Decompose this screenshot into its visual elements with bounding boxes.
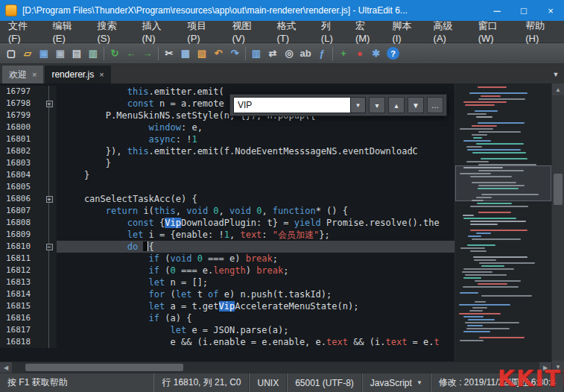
code-text[interactable]: return i(this, void 0, void 0, function*… [57, 205, 454, 217]
menu-column[interactable]: 列(L) [314, 16, 349, 48]
redo-icon[interactable]: ↷ [226, 45, 243, 62]
code-token: .emitter.emit(f.NodeEventMesssageNS.even… [149, 146, 418, 157]
tab-list-dropdown[interactable]: ▼ [548, 66, 564, 83]
plugin-icon[interactable]: + [335, 45, 352, 62]
print-preview-icon[interactable]: ▥ [85, 45, 101, 62]
find-icon[interactable]: ◎ [281, 45, 297, 62]
code-text[interactable]: canSelectTaskAcc(e) { [57, 193, 454, 205]
code-token: i = {enable: ! [143, 230, 224, 240]
code-text[interactable]: if (void 0 === e) break; [57, 253, 454, 265]
code-text[interactable]: async: !1 [57, 133, 454, 145]
open-folder-icon[interactable]: ▱ [19, 45, 36, 62]
new-file-icon[interactable]: ▢ [3, 45, 19, 62]
undo-icon[interactable]: ↶ [210, 45, 226, 62]
menu-edit[interactable]: 编辑(E) [45, 16, 90, 48]
tab-welcome[interactable]: 欢迎× [2, 66, 43, 83]
back-icon[interactable]: ← [123, 45, 139, 62]
code-token: === e. [176, 265, 214, 276]
compare-icon[interactable]: ⇄ [264, 45, 281, 62]
menu-file[interactable]: 文件(F) [1, 16, 45, 48]
save-icon[interactable]: ▣ [36, 45, 52, 62]
code-text[interactable]: } [57, 169, 454, 181]
status-encoding[interactable]: 65001 (UTF-8) [287, 373, 362, 392]
code-text[interactable]: }), this.emitter.emit(f.NodeEventMesssag… [57, 145, 454, 157]
current-code-line-text[interactable]: do { [57, 241, 454, 253]
line-number: 16806 [0, 193, 42, 205]
save-all-icon[interactable]: ▣ [52, 45, 69, 62]
menu-project[interactable]: 项目(P) [180, 16, 225, 48]
menu-help[interactable]: 帮助(H) [519, 16, 564, 48]
horizontal-scroll-thumb[interactable] [25, 364, 183, 371]
code-text[interactable]: if (a) { [57, 312, 454, 324]
code-text[interactable]: for (let t of e) n.push(t.taskId); [57, 288, 454, 300]
forward-icon[interactable]: → [139, 45, 156, 62]
code-text[interactable]: const {VipDownloadPlugin: t} = yield Pro… [57, 217, 454, 229]
fold-margin [42, 336, 57, 348]
find-next-button[interactable]: ▾ [369, 97, 385, 113]
settings-icon[interactable]: ✱ [368, 45, 384, 62]
function-list-icon[interactable]: ƒ [314, 45, 330, 62]
menu-format[interactable]: 格式(T) [270, 16, 314, 48]
print-icon[interactable]: ▤ [69, 45, 85, 62]
menu-insert[interactable]: 插入(N) [136, 16, 181, 48]
debug-icon[interactable]: ● [352, 45, 368, 62]
horizontal-scroll-track[interactable] [12, 362, 539, 373]
paste-icon[interactable]: ▧ [194, 45, 210, 62]
code-token: e) n.push(t.taskId); [219, 289, 332, 300]
code-line: 16809let i = {enable: !1, text: "会员加速"}; [0, 229, 454, 241]
code-text[interactable] [57, 181, 454, 193]
tab-renderer-js[interactable]: renderer.js× [45, 66, 110, 83]
menu-macro[interactable]: 宏(M) [349, 16, 386, 48]
minimap-line [478, 283, 507, 285]
scroll-up-icon[interactable]: ▲ [552, 83, 564, 95]
code-text[interactable]: if (0 === e.length) break; [57, 265, 454, 276]
menu-view[interactable]: 视图(V) [225, 16, 270, 48]
scroll-left-icon[interactable]: ◀ [0, 362, 12, 373]
horizontal-scrollbar[interactable]: ◀ ▶ [0, 361, 551, 373]
status-position[interactable]: 行 16810, 列 21, C0 [153, 373, 249, 392]
tab-close-icon[interactable]: × [32, 70, 37, 79]
vertical-scrollbar[interactable]: ▲ ▼ [551, 83, 564, 373]
vertical-scroll-thumb[interactable] [554, 174, 563, 205]
fold-collapse-icon[interactable]: − [46, 244, 53, 250]
status-line-ending[interactable]: UNIX [249, 373, 287, 392]
minimap-line [472, 238, 522, 240]
menu-advanced[interactable]: 高级(A) [427, 16, 472, 48]
minimap-line [469, 92, 527, 94]
fold-expand-icon[interactable]: + [46, 196, 53, 203]
find-history-dropdown-icon[interactable]: ▾ [351, 97, 366, 113]
code-text[interactable]: let n = []; [57, 276, 454, 288]
menu-search[interactable]: 搜索(S) [90, 16, 135, 48]
fold-margin [42, 133, 57, 145]
fold-margin [42, 324, 57, 336]
find-filter-button[interactable]: ▼ [408, 97, 424, 113]
find-input[interactable] [233, 97, 351, 113]
code-text[interactable]: } [57, 157, 454, 169]
replace-icon[interactable]: ab [297, 45, 314, 62]
code-text[interactable]: let a = t.getVipAccelerateMenuState(n); [57, 300, 454, 312]
status-syntax[interactable]: JavaScript▼ [362, 373, 431, 392]
minimap-viewport[interactable] [455, 165, 551, 201]
minimap-line [459, 89, 548, 91]
vertical-scroll-track[interactable] [552, 95, 564, 361]
menu-window[interactable]: 窗口(W) [472, 16, 519, 48]
cut-icon[interactable]: ✂ [161, 45, 177, 62]
refresh-icon[interactable]: ↻ [107, 45, 123, 62]
status-text: UNIX [257, 378, 279, 388]
column-mode-icon[interactable]: ▥ [248, 45, 264, 62]
code-token: of [208, 289, 218, 300]
code-text[interactable]: let i = {enable: !1, text: "会员加速"}; [57, 229, 454, 241]
copy-icon[interactable]: ▦ [177, 45, 194, 62]
menu-script[interactable]: 脚本(I) [385, 16, 426, 48]
tab-close-icon[interactable]: × [99, 70, 104, 79]
find-prev-button[interactable]: ▴ [388, 97, 405, 113]
code-text[interactable]: window: e, [57, 121, 454, 133]
code-area[interactable]: 16797this.emitter.emit(16798+const n = a… [0, 83, 454, 361]
minimap-line [459, 209, 548, 210]
code-text[interactable]: e && (i.enable = e.enable, e.text && (i.… [57, 336, 454, 348]
fold-expand-icon[interactable]: + [46, 101, 53, 107]
minimap-line [459, 241, 548, 243]
help-icon[interactable]: ? [387, 47, 399, 60]
code-text[interactable]: let e = JSON.parse(a); [57, 324, 454, 336]
find-more-button[interactable]: … [427, 97, 443, 113]
